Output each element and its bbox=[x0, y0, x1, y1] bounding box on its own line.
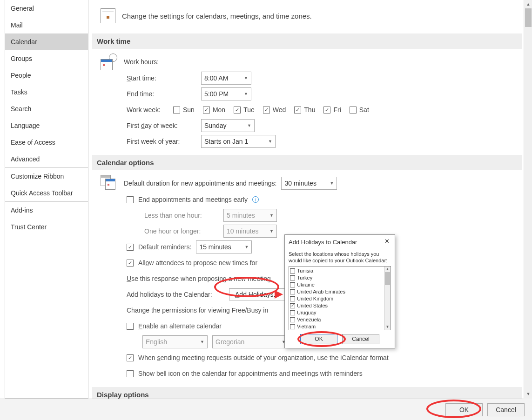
add-holidays-dialog: Add Holidays to Calendar ✕ Select the lo… bbox=[284, 234, 395, 348]
default-reminders-label: Default reminders: bbox=[138, 243, 191, 251]
icalendar-label: When sending meeting requests outside of… bbox=[138, 354, 389, 361]
default-reminders-checkbox[interactable] bbox=[127, 244, 134, 251]
scroll-thumb[interactable] bbox=[385, 272, 390, 285]
location-item[interactable]: Vietnam bbox=[289, 323, 391, 330]
work-day-checkbox-thu[interactable] bbox=[294, 107, 301, 113]
work-day-checkbox-wed[interactable] bbox=[263, 107, 270, 113]
sidebar-item-add-ins[interactable]: Add-ins bbox=[5, 202, 88, 219]
work-day-fri: Fri bbox=[323, 106, 341, 113]
location-checkbox[interactable] bbox=[290, 289, 295, 294]
location-name: Uruguay bbox=[297, 310, 317, 315]
less-hour-dropdown[interactable]: 5 minutes bbox=[223, 209, 277, 222]
allow-propose-checkbox[interactable] bbox=[127, 260, 134, 267]
start-time-label: Start time: bbox=[127, 74, 196, 82]
caret-icon bbox=[268, 139, 272, 144]
dialog-ok-button[interactable]: OK bbox=[300, 334, 337, 344]
dialog-cancel-button[interactable]: Cancel bbox=[342, 334, 379, 344]
info-icon[interactable]: i bbox=[252, 196, 259, 203]
sidebar-item-ease-of-access[interactable]: Ease of Access bbox=[5, 134, 88, 151]
start-time-value: 8:00 AM bbox=[204, 74, 228, 82]
location-name: United Kingdom bbox=[297, 296, 333, 301]
sidebar-item-groups[interactable]: Groups bbox=[5, 50, 88, 67]
location-item[interactable]: Turkey bbox=[289, 274, 391, 281]
sidebar-item-calendar[interactable]: Calendar bbox=[5, 33, 88, 50]
main-cancel-label: Cancel bbox=[496, 406, 516, 413]
dialog-close-button[interactable]: ✕ bbox=[383, 238, 391, 246]
sidebar-item-tasks[interactable]: Tasks bbox=[5, 84, 88, 100]
default-duration-dropdown[interactable]: 30 minutes bbox=[281, 177, 337, 190]
location-item[interactable]: Tunisia bbox=[289, 267, 391, 274]
show-bell-label: Show bell icon on the calendar for appoi… bbox=[138, 370, 363, 377]
location-checkbox[interactable] bbox=[290, 317, 295, 322]
caret-icon bbox=[247, 123, 251, 128]
scroll-up-icon[interactable]: ▲ bbox=[384, 267, 391, 272]
sidebar-item-customize-ribbon[interactable]: Customize Ribbon bbox=[5, 168, 88, 185]
start-time-dropdown[interactable]: 8:00 AM bbox=[201, 72, 251, 85]
first-week-dropdown[interactable]: Starts on Jan 1 bbox=[201, 135, 276, 148]
sidebar: GeneralMailCalendarGroupsPeopleTasksSear… bbox=[5, 0, 88, 399]
vertical-scrollbar[interactable]: ▲ ▼ bbox=[524, 0, 532, 398]
sidebar-item-language[interactable]: Language bbox=[5, 117, 88, 134]
show-bell-checkbox[interactable] bbox=[127, 370, 134, 377]
location-checkbox[interactable] bbox=[290, 282, 295, 287]
location-item[interactable]: United Kingdom bbox=[289, 295, 391, 302]
first-day-dropdown[interactable]: Sunday bbox=[201, 119, 255, 132]
page-subtitle: Change the settings for calendars, meeti… bbox=[122, 12, 312, 20]
more-hour-value: 10 minutes bbox=[227, 227, 258, 235]
location-checkbox[interactable] bbox=[290, 303, 295, 308]
sidebar-item-advanced[interactable]: Advanced bbox=[5, 151, 88, 167]
work-day-mon: Mon bbox=[203, 106, 225, 113]
calendar-clock-icon bbox=[101, 53, 117, 70]
footer: OK Cancel bbox=[0, 399, 532, 420]
sidebar-item-mail[interactable]: Mail bbox=[5, 17, 88, 33]
sidebar-item-search[interactable]: Search bbox=[5, 100, 88, 117]
end-time-dropdown[interactable]: 5:00 PM bbox=[201, 87, 251, 100]
location-item[interactable]: United Arab Emirates bbox=[289, 288, 391, 295]
location-name: United States bbox=[297, 303, 328, 308]
location-item[interactable]: Venezuela bbox=[289, 316, 391, 323]
work-day-checkbox-mon[interactable] bbox=[203, 107, 210, 113]
alt-lang-dropdown[interactable]: English bbox=[142, 335, 208, 348]
location-checkbox[interactable] bbox=[290, 296, 295, 301]
more-hour-dropdown[interactable]: 10 minutes bbox=[223, 225, 277, 238]
allow-propose-label: Allow attendees to propose new times for bbox=[138, 259, 257, 267]
end-time-label: End time: bbox=[127, 90, 196, 98]
caret-icon bbox=[244, 245, 249, 249]
work-hours-label: Work hours: bbox=[124, 58, 159, 66]
location-name: Turkey bbox=[297, 275, 312, 280]
main-cancel-button[interactable]: Cancel bbox=[487, 403, 525, 416]
end-early-checkbox[interactable] bbox=[127, 196, 134, 203]
work-day-checkbox-tue[interactable] bbox=[234, 107, 241, 113]
location-checkbox[interactable] bbox=[290, 275, 295, 280]
work-day-label: Sun bbox=[183, 106, 195, 113]
location-checkbox[interactable] bbox=[290, 310, 295, 315]
default-reminders-dropdown[interactable]: 15 minutes bbox=[196, 240, 252, 253]
location-item[interactable]: Ukraine bbox=[289, 281, 391, 288]
sidebar-item-people[interactable]: People bbox=[5, 67, 88, 84]
location-checkbox[interactable] bbox=[290, 324, 295, 329]
work-day-checkbox-sat[interactable] bbox=[350, 107, 357, 113]
scroll-up-icon[interactable]: ▲ bbox=[524, 0, 532, 8]
enable-alternate-checkbox[interactable] bbox=[127, 323, 134, 330]
dialog-scrollbar[interactable]: ▲ ▼ bbox=[384, 267, 391, 330]
add-holidays-button[interactable]: Add Holidays... bbox=[229, 288, 285, 300]
location-item[interactable]: United States bbox=[289, 302, 391, 309]
location-checkbox[interactable] bbox=[290, 268, 295, 273]
end-early-label: End appointments and meetings early bbox=[138, 196, 248, 203]
scroll-down-icon[interactable]: ▼ bbox=[384, 324, 391, 330]
sidebar-item-quick-access-toolbar[interactable]: Quick Access Toolbar bbox=[5, 185, 88, 201]
scroll-down-icon[interactable]: ▼ bbox=[524, 390, 532, 398]
scroll-thumb[interactable] bbox=[525, 8, 532, 27]
work-day-label: Tue bbox=[243, 106, 255, 113]
work-day-checkbox-sun[interactable] bbox=[173, 107, 180, 113]
enable-alternate-label: Enable an alternate calendar bbox=[138, 322, 222, 330]
sidebar-item-general[interactable]: General bbox=[5, 0, 88, 17]
sidebar-item-trust-center[interactable]: Trust Center bbox=[5, 219, 88, 235]
locations-list[interactable]: TunisiaTurkeyUkraineUnited Arab Emirates… bbox=[289, 266, 391, 330]
main-ok-button[interactable]: OK bbox=[445, 403, 483, 416]
icalendar-checkbox[interactable] bbox=[127, 354, 134, 361]
alt-cal-dropdown[interactable]: Gregorian bbox=[212, 335, 289, 348]
work-day-checkbox-fri[interactable] bbox=[323, 107, 330, 113]
location-item[interactable]: Uruguay bbox=[289, 309, 391, 316]
use-response-label: Use this response when proposing a new m… bbox=[127, 275, 271, 282]
